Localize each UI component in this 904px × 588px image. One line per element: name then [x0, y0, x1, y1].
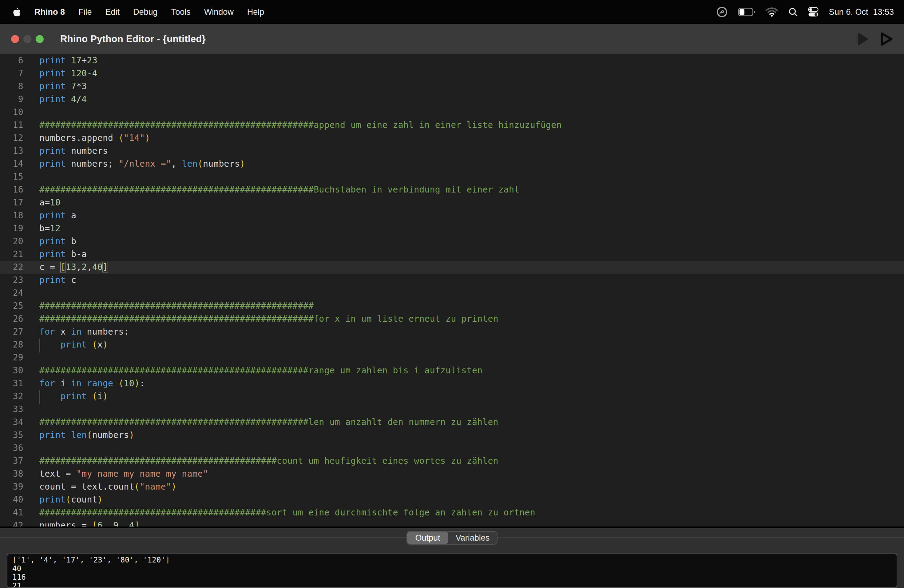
code-text: ########################################…: [40, 416, 498, 429]
line-number: 15: [0, 171, 24, 183]
code-line-7: 7print 120-4: [0, 67, 904, 80]
code-line-42: 42numbers = [6, 9, 4]: [0, 519, 904, 526]
code-text: a=10: [40, 196, 60, 209]
line-number: 36: [0, 442, 24, 455]
code-line-18: 18print a: [0, 209, 904, 222]
code-text: numbers.append ("14"): [40, 132, 150, 145]
line-number: 11: [0, 119, 24, 132]
output-line: 116: [12, 573, 892, 582]
search-icon[interactable]: [789, 7, 798, 17]
output-line: 40: [12, 564, 892, 573]
code-line-24: 24: [0, 287, 904, 300]
menu-items: FileEditDebugToolsWindowHelp: [78, 7, 264, 17]
code-line-23: 23print c: [0, 274, 904, 287]
close-button[interactable]: [11, 35, 19, 43]
line-number: 25: [0, 300, 24, 313]
menu-clock[interactable]: Sun 6. Oct 13:53: [829, 7, 894, 17]
line-number: 34: [0, 416, 24, 429]
line-number: 19: [0, 222, 24, 235]
code-text: ########################################…: [40, 455, 498, 468]
battery-icon[interactable]: [738, 8, 755, 16]
line-number: 32: [0, 390, 24, 403]
code-text: count = text.count("name"): [40, 481, 177, 493]
line-number: 17: [0, 196, 24, 209]
code-line-31: 31for i in range (10):: [0, 377, 904, 390]
run-filled-icon[interactable]: [858, 32, 869, 46]
code-line-39: 39count = text.count("name"): [0, 481, 904, 493]
code-text: print b-a: [40, 248, 87, 261]
line-number: 16: [0, 183, 24, 196]
code-line-22: 22c = [13,2,40]: [0, 261, 904, 274]
code-text: print 7*3: [40, 80, 87, 93]
line-number: 28: [0, 338, 24, 351]
menu-item-tools[interactable]: Tools: [171, 7, 191, 17]
apple-menu-icon[interactable]: [13, 7, 21, 17]
zoom-button[interactable]: [36, 35, 44, 43]
menu-item-help[interactable]: Help: [247, 7, 264, 17]
line-number: 29: [0, 351, 24, 364]
code-line-41: 41######################################…: [0, 506, 904, 519]
line-number: 7: [0, 67, 24, 80]
menu-item-file[interactable]: File: [78, 7, 92, 17]
wifi-icon[interactable]: [766, 7, 778, 17]
code-line-19: 19b=12: [0, 222, 904, 235]
output-line: 21: [12, 582, 892, 588]
code-editor[interactable]: 6print 17+237print 120-48print 7*39print…: [0, 54, 904, 526]
code-line-25: 25######################################…: [0, 300, 904, 313]
menu-item-app-name[interactable]: Rhino 8: [35, 7, 65, 17]
code-text: print c: [40, 274, 76, 287]
creative-cloud-icon[interactable]: [716, 6, 727, 17]
code-text: ########################################…: [40, 313, 498, 326]
control-center-icon[interactable]: [808, 7, 819, 17]
line-number: 23: [0, 274, 24, 287]
line-number: 26: [0, 313, 24, 326]
code-line-26: 26######################################…: [0, 313, 904, 326]
code-text: ########################################…: [40, 364, 482, 377]
code-text: print b: [40, 235, 76, 248]
code-line-29: 29: [0, 351, 904, 364]
code-line-38: 38text = "my name my name my name": [0, 468, 904, 481]
line-number: 40: [0, 493, 24, 506]
menu-item-debug[interactable]: Debug: [133, 7, 158, 17]
window-titlebar: Rhino Python Editor - {untitled}: [0, 24, 904, 54]
code-lines: 6print 17+237print 120-48print 7*39print…: [0, 54, 904, 526]
code-line-14: 14print numbers; "/nlenx =", len(numbers…: [0, 158, 904, 171]
code-text: print 4/4: [40, 93, 87, 106]
run-outline-icon[interactable]: [880, 32, 893, 46]
tab-variables[interactable]: Variables: [448, 532, 497, 544]
tab-output[interactable]: Output: [407, 532, 448, 544]
menu-item-edit[interactable]: Edit: [106, 7, 120, 17]
code-text: c = [13,2,40]: [40, 261, 108, 274]
bottom-panel: Output Variables ['1', '4', '17', '23', …: [0, 526, 904, 588]
output-line: ['1', '4', '17', '23', '80', '120']: [12, 556, 892, 564]
line-number: 10: [0, 106, 24, 119]
code-text: print len(numbers): [40, 429, 134, 442]
code-line-37: 37######################################…: [0, 455, 904, 468]
line-number: 30: [0, 364, 24, 377]
code-text: ########################################…: [40, 506, 535, 519]
line-number: 27: [0, 326, 24, 338]
code-line-35: 35print len(numbers): [0, 429, 904, 442]
line-number: 20: [0, 235, 24, 248]
line-number: 24: [0, 287, 24, 300]
line-number: 13: [0, 145, 24, 158]
code-text: print (x): [40, 338, 108, 351]
menu-item-window[interactable]: Window: [204, 7, 234, 17]
menu-date: Sun 6. Oct: [829, 7, 868, 17]
minimize-button[interactable]: [24, 35, 32, 43]
menu-bar: Rhino 8 FileEditDebugToolsWindowHelp: [0, 0, 904, 24]
code-line-12: 12numbers.append ("14"): [0, 132, 904, 145]
code-text: text = "my name my name my name": [40, 468, 208, 481]
code-text: ########################################…: [40, 183, 519, 196]
code-line-9: 9print 4/4: [0, 93, 904, 106]
line-number: 31: [0, 377, 24, 390]
line-number: 18: [0, 209, 24, 222]
line-number: 22: [0, 261, 24, 274]
menu-time: 13:53: [873, 7, 894, 17]
code-line-16: 16######################################…: [0, 183, 904, 196]
output-console[interactable]: ['1', '4', '17', '23', '80', '120']40116…: [7, 553, 897, 588]
code-line-20: 20print b: [0, 235, 904, 248]
code-text: print 120-4: [40, 67, 98, 80]
code-text: print(count): [40, 493, 103, 506]
line-number: 12: [0, 132, 24, 145]
